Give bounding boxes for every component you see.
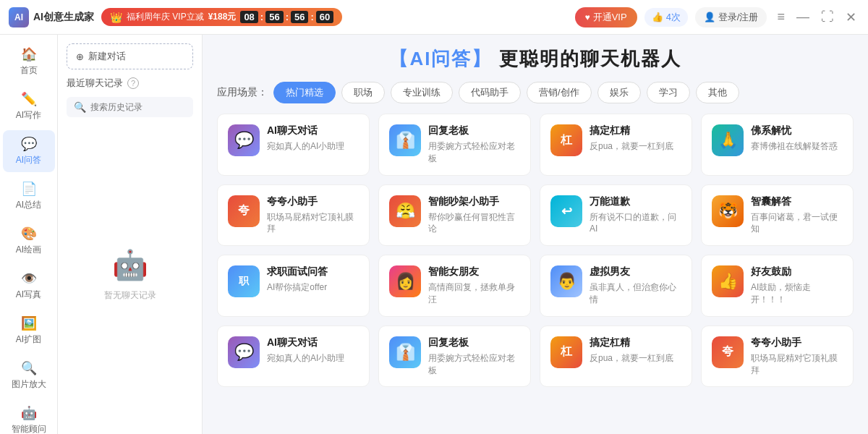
login-button[interactable]: 👤 登录/注册	[695, 7, 767, 27]
summary-icon: 📄	[21, 181, 37, 197]
tab-work[interactable]: 职场	[341, 82, 385, 103]
card-encourage[interactable]: 👍 好友鼓励 AI鼓励，烦恼走开！！！	[701, 255, 854, 317]
sidebar-label-ai-summary: AI总结	[16, 199, 41, 211]
sidebar-item-ai-real[interactable]: 👁️ AI写真	[3, 265, 55, 307]
sidebar-item-home[interactable]: 🏠 首页	[3, 41, 55, 82]
card-virtual-boyfriend[interactable]: 👨 虚拟男友 虽非真人，但治愈你心情	[540, 255, 692, 317]
minimize-icon[interactable]: —	[793, 8, 812, 26]
tab-study[interactable]: 学习	[647, 82, 690, 103]
sidebar-item-ai-write[interactable]: ✏️ AI写作	[3, 85, 55, 127]
chat-icon: 💬	[21, 136, 37, 152]
sidebar-label-ai-real: AI写真	[16, 289, 41, 301]
card-text-fix-jangting2: 搞定杠精 反pua，就要一杠到底	[590, 336, 681, 365]
no-history-robot-icon: 🤖	[112, 248, 148, 282]
promo-text: 福利周年庆 VIP立减	[127, 11, 204, 23]
card-wise-answer[interactable]: 🐯 智囊解答 百事问诸葛，君一试便知	[701, 184, 854, 247]
info-icon[interactable]: ?	[127, 77, 139, 89]
card-desc-apologize: 所有说不口的道歉，问AI	[590, 211, 681, 236]
card-praise[interactable]: 夸 夸夸小助手 职场马屁精对它顶礼膜拜	[217, 184, 370, 247]
card-text-virtual-boyfriend: 虚拟男友 虽非真人，但治愈你心情	[590, 265, 681, 306]
card-desc-argue: 帮你吵赢任何冒犯性言论	[428, 211, 520, 236]
card-text-buddha: 佛系解忧 赛博佛祖在线解疑答惑	[751, 124, 843, 153]
no-history-text: 暂无聊天记录	[104, 289, 156, 302]
card-title-wise-answer: 智囊解答	[751, 195, 843, 208]
timer-sec: 56	[291, 11, 308, 23]
card-text-fix-jangting: 搞定杠精 反pua，就要一杠到底	[590, 124, 681, 153]
card-fix-jangting[interactable]: 杠 搞定杠精 反pua，就要一杠到底	[540, 114, 692, 176]
card-ai-girlfriend[interactable]: 👩 智能女朋友 高情商回复，拯救单身汪	[378, 255, 531, 317]
card-desc-wise-answer: 百事问诸葛，君一试便知	[751, 211, 843, 236]
card-text-wise-answer: 智囊解答 百事问诸葛，君一试便知	[751, 195, 843, 236]
card-title-praise2: 夸夸小助手	[751, 336, 843, 349]
tab-hot[interactable]: 热门精选	[273, 82, 336, 103]
tab-code[interactable]: 代码助手	[459, 82, 521, 103]
card-job-interview[interactable]: 职 求职面试问答 AI帮你搞定offer	[217, 255, 370, 317]
sidebar-item-ai-expand[interactable]: 🖼️ AI扩图	[3, 310, 55, 352]
card-title-encourage: 好友鼓励	[751, 265, 843, 278]
promo-banner[interactable]: 👑 福利周年庆 VIP立减 ¥188元 08 : 56 : 56 : 60	[101, 8, 342, 26]
search-input[interactable]	[90, 102, 186, 112]
window-controls: ≡ — ⛶ ✕	[774, 8, 859, 27]
tab-train[interactable]: 专业训练	[391, 82, 453, 103]
sidebar-item-img-zoom[interactable]: 🔍 图片放大	[3, 354, 55, 396]
page-title-suffix: 更聪明的聊天机器人	[499, 48, 681, 69]
card-desc-ai-chat: 宛如真人的AI小助理	[267, 140, 359, 153]
card-title-argue: 智能吵架小助手	[428, 195, 520, 208]
sidebar-item-smart-ask[interactable]: 🤖 智能顾问	[3, 399, 55, 434]
home-icon: 🏠	[21, 46, 37, 62]
content-area: 【AI问答】 更聪明的聊天机器人 应用场景： 热门精选 职场 专业训练 代码助手…	[203, 35, 868, 434]
card-text-ai-chat: AI聊天对话 宛如真人的AI小助理	[267, 124, 359, 153]
card-icon-apologize: ↩	[550, 195, 582, 227]
card-title-virtual-boyfriend: 虚拟男友	[590, 265, 681, 278]
card-fix-jangting2[interactable]: 杠 搞定杠精 反pua，就要一杠到底	[540, 326, 692, 388]
tab-other[interactable]: 其他	[696, 82, 739, 103]
history-label: 最近聊天记录	[67, 77, 123, 90]
sidebar-label-smart-ask: 智能顾问	[12, 423, 46, 434]
card-title-fix-jangting: 搞定杠精	[590, 124, 681, 137]
open-vip-button[interactable]: 开通VIP	[575, 7, 637, 27]
card-buddha[interactable]: 🙏 佛系解忧 赛博佛祖在线解疑答惑	[701, 114, 854, 176]
tabs-row: 应用场景： 热门精选 职场 专业训练 代码助手 营销/创作 娱乐 学习 其他	[217, 82, 854, 103]
card-reply-boss[interactable]: 👔 回复老板 用委婉方式轻松应对老板	[378, 114, 531, 176]
history-header: 最近聊天记录 ?	[67, 77, 193, 90]
new-chat-button[interactable]: ⊕ 新建对话	[67, 43, 193, 69]
card-reply-boss2[interactable]: 👔 回复老板 用委婉方式轻松应对老板	[378, 326, 531, 388]
card-icon-virtual-boyfriend: 👨	[550, 265, 582, 297]
zoom-icon: 🔍	[21, 360, 37, 376]
left-panel: ⊕ 新建对话 最近聊天记录 ? 🔍 🤖 暂无聊天记录	[58, 35, 203, 434]
maximize-icon[interactable]: ⛶	[818, 8, 837, 26]
sidebar-label-ai-expand: AI扩图	[16, 333, 41, 346]
card-desc-buddha: 赛博佛祖在线解疑答惑	[751, 140, 843, 153]
tab-entertainment[interactable]: 娱乐	[597, 82, 641, 103]
new-chat-label: 新建对话	[88, 50, 126, 63]
card-icon-praise2: 夸	[712, 336, 744, 368]
card-title-ai-chat2: AI聊天对话	[267, 336, 359, 349]
real-icon: 👁️	[21, 271, 37, 286]
sidebar: 🏠 首页 ✏️ AI写作 💬 AI问答 📄 AI总结 🎨 AI绘画 👁️ AI写…	[0, 35, 58, 434]
sidebar-item-ai-draw[interactable]: 🎨 AI绘画	[3, 220, 55, 262]
sidebar-item-ai-qa[interactable]: 💬 AI问答	[3, 130, 55, 172]
crown-icon: 👑	[110, 12, 122, 23]
card-icon-buddha: 🙏	[712, 124, 744, 156]
write-icon: ✏️	[21, 91, 37, 107]
card-apologize[interactable]: ↩ 万能道歉 所有说不口的道歉，问AI	[540, 184, 692, 247]
search-icon: 🔍	[74, 101, 86, 113]
robot-icon: 🤖	[21, 405, 37, 421]
card-argue[interactable]: 😤 智能吵架小助手 帮你吵赢任何冒犯性言论	[378, 184, 531, 247]
card-ai-chat2[interactable]: 💬 AI聊天对话 宛如真人的AI小助理	[217, 326, 370, 388]
sidebar-label-ai-qa: AI问答	[16, 154, 41, 166]
logo-icon: AI	[9, 7, 29, 27]
card-praise2[interactable]: 夸 夸夸小助手 职场马屁精对它顶礼膜拜	[701, 326, 854, 388]
tab-marketing[interactable]: 营销/创作	[527, 82, 592, 103]
card-desc-ai-chat2: 宛如真人的AI小助理	[267, 352, 359, 365]
sidebar-item-ai-summary[interactable]: 📄 AI总结	[3, 175, 55, 217]
card-ai-chat[interactable]: 💬 AI聊天对话 宛如真人的AI小助理	[217, 114, 370, 176]
close-icon[interactable]: ✕	[843, 8, 859, 27]
promo-price: ¥188元	[208, 11, 237, 23]
countdown-timer: 08 : 56 : 56 : 60	[240, 11, 333, 23]
menu-icon[interactable]: ≡	[774, 8, 788, 26]
card-title-reply-boss2: 回复老板	[428, 336, 520, 349]
timer-hours: 08	[240, 11, 258, 23]
card-title-buddha: 佛系解忧	[751, 124, 843, 137]
card-icon-job-interview: 职	[228, 265, 260, 297]
